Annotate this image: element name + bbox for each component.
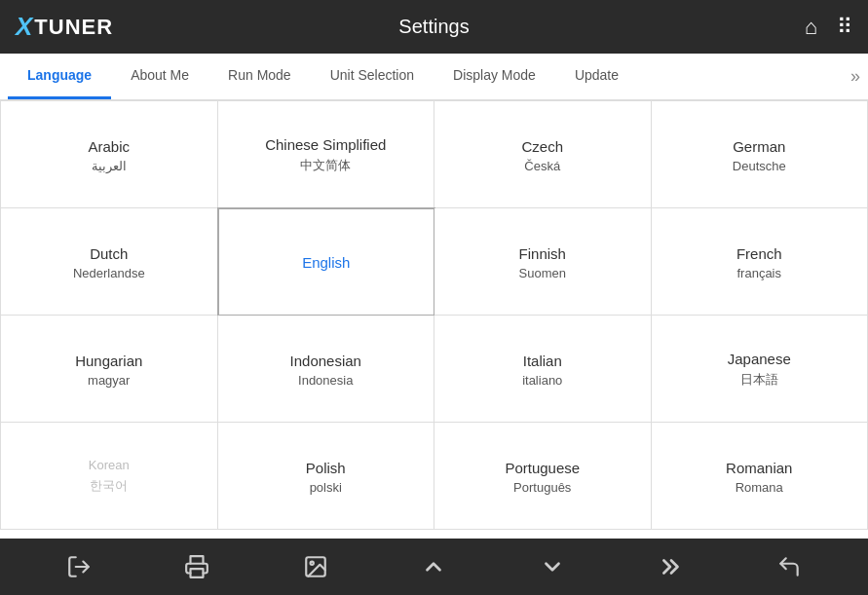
lang-finnish-secondary: Suomen [519,266,566,280]
lang-dutch-primary: Dutch [90,243,128,264]
svg-point-3 [310,562,313,565]
lang-indonesian-primary: Indonesian [290,351,361,371]
main-content: Arabic العربية Chinese Simplified 中文简体 C… [0,100,868,539]
lang-korean-primary: Korean [89,457,130,474]
lang-indonesian[interactable]: Indonesian Indonesia [218,316,435,423]
logo: X TUNER [16,12,113,42]
tab-run-mode[interactable]: Run Mode [208,54,311,99]
lang-french-secondary: français [736,266,781,280]
lang-french[interactable]: French français [652,208,869,316]
lang-finnish[interactable]: Finnish Suomen [434,208,652,316]
lang-finnish-primary: Finnish [519,243,566,264]
lang-chinese-secondary: 中文简体 [300,157,351,174]
lang-polish[interactable]: Polish polski [218,423,435,530]
language-grid: Arabic العربية Chinese Simplified 中文简体 C… [0,100,868,530]
lang-czech[interactable]: Czech Česká [434,101,652,208]
chevron-down-button[interactable] [533,547,572,586]
more-tabs-icon[interactable]: » [850,66,860,87]
lang-indonesian-secondary: Indonesia [298,373,353,388]
lang-dutch[interactable]: Dutch Nederlandse [1,208,218,316]
lang-french-primary: French [736,243,782,264]
lang-portuguese-secondary: Português [513,480,571,495]
lang-romanian-secondary: Romana [736,480,783,495]
page-title: Settings [398,16,469,38]
lang-german[interactable]: German Deutsche [652,101,869,208]
footer [0,539,868,595]
lang-italian-primary: Italian [523,351,562,371]
lang-polish-primary: Polish [306,458,346,478]
language-grid-container: Arabic العربية Chinese Simplified 中文简体 C… [0,100,868,539]
lang-korean-secondary: 한국어 [90,477,128,495]
lang-hungarian[interactable]: Hungarian magyar [1,316,218,423]
tab-unit-selection[interactable]: Unit Selection [311,54,434,99]
lang-japanese[interactable]: Japanese 日本語 [652,316,869,423]
lang-english[interactable]: English [217,207,436,316]
lang-italian-secondary: italiano [522,373,562,388]
lang-chinese-simplified[interactable]: Chinese Simplified 中文简体 [218,101,435,208]
header-icons: ⌂ ⠿ [805,15,852,40]
lang-english-primary: English [302,252,350,273]
lang-german-secondary: Deutsche [733,159,786,173]
nav-tabs: Language About Me Run Mode Unit Selectio… [0,54,868,100]
lang-dutch-secondary: Nederlandse [73,266,145,280]
lang-italian[interactable]: Italian italiano [434,316,652,423]
lang-portuguese[interactable]: Portuguese Português [434,423,652,530]
header: X TUNER Settings ⌂ ⠿ [0,0,868,54]
logo-x: X [16,12,32,42]
lang-hungarian-secondary: magyar [88,373,130,388]
lang-polish-secondary: polski [310,480,342,495]
lang-arabic[interactable]: Arabic العربية [1,101,218,208]
tab-update[interactable]: Update [555,54,638,99]
tab-display-mode[interactable]: Display Mode [434,54,555,99]
lang-romanian[interactable]: Romanian Romana [652,423,869,530]
home-icon[interactable]: ⌂ [805,15,817,40]
lang-arabic-primary: Arabic [88,136,130,157]
logout-button[interactable] [59,547,98,586]
tab-language[interactable]: Language [8,54,111,99]
lang-german-primary: German [733,136,785,157]
lang-japanese-secondary: 日本語 [740,371,778,389]
lang-romanian-primary: Romanian [726,458,792,478]
svg-rect-1 [191,569,204,577]
image-button[interactable] [296,547,335,586]
logo-tuner: TUNER [34,15,113,40]
grid-icon[interactable]: ⠿ [837,15,852,40]
lang-portuguese-primary: Portuguese [505,458,580,478]
chevron-up-button[interactable] [414,547,453,586]
lang-czech-primary: Czech [521,136,563,157]
lang-czech-secondary: Česká [524,159,560,173]
lang-arabic-secondary: العربية [92,159,127,173]
back-button[interactable] [770,547,809,586]
lang-hungarian-primary: Hungarian [75,351,142,371]
lang-japanese-primary: Japanese [728,349,791,369]
print-button[interactable] [177,547,216,586]
lang-chinese-primary: Chinese Simplified [265,134,386,155]
tab-about-me[interactable]: About Me [111,54,208,99]
lang-korean[interactable]: Korean 한국어 [1,423,218,530]
fast-forward-button[interactable] [652,547,691,586]
